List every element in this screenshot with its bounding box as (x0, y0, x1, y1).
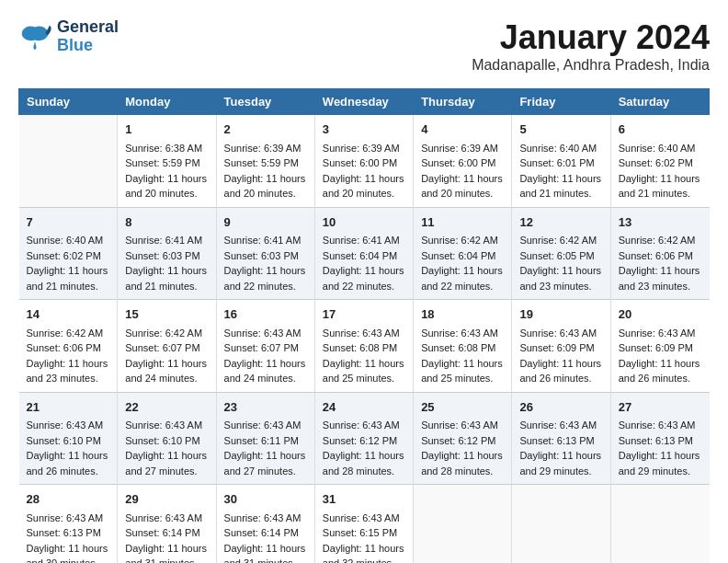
day-number: 9 (224, 213, 307, 232)
day-content-line: Sunset: 6:12 PM (421, 433, 504, 449)
calendar-cell: 28Sunrise: 6:43 AMSunset: 6:13 PMDayligh… (19, 485, 118, 564)
day-content-line: Sunrise: 6:41 AM (224, 233, 307, 248)
day-content-line: Sunset: 6:07 PM (125, 340, 208, 356)
day-content-line: Daylight: 11 hours and 21 minutes. (125, 263, 208, 293)
day-number: 22 (125, 398, 208, 417)
day-content-line: Sunrise: 6:43 AM (125, 511, 208, 526)
month-title: January 2024 (472, 18, 710, 57)
day-content-line: Daylight: 11 hours and 21 minutes. (27, 263, 110, 293)
calendar-cell: 25Sunrise: 6:43 AMSunset: 6:12 PMDayligh… (414, 392, 512, 485)
day-content-line: Daylight: 11 hours and 20 minutes. (224, 171, 307, 201)
day-content-line: Sunrise: 6:39 AM (421, 141, 504, 156)
calendar-cell (512, 485, 610, 564)
day-content-line: Daylight: 11 hours and 27 minutes. (125, 448, 208, 478)
calendar-cell: 11Sunrise: 6:42 AMSunset: 6:04 PMDayligh… (414, 207, 512, 300)
day-content-line: Sunrise: 6:43 AM (421, 418, 504, 433)
calendar-week-row: 28Sunrise: 6:43 AMSunset: 6:13 PMDayligh… (19, 485, 710, 564)
location-subtitle: Madanapalle, Andhra Pradesh, India (472, 57, 710, 74)
day-content-line: Sunset: 6:06 PM (27, 340, 110, 356)
day-number: 3 (323, 121, 405, 139)
day-content-line: Sunset: 6:02 PM (619, 155, 702, 171)
calendar-week-row: 14Sunrise: 6:42 AMSunset: 6:06 PMDayligh… (19, 300, 710, 393)
day-content-line: Daylight: 11 hours and 22 minutes. (323, 263, 405, 293)
day-content-line: Daylight: 11 hours and 24 minutes. (125, 356, 208, 386)
calendar-cell (414, 485, 512, 564)
calendar-cell: 26Sunrise: 6:43 AMSunset: 6:13 PMDayligh… (512, 392, 610, 485)
day-number: 23 (224, 398, 307, 417)
day-number: 15 (125, 305, 208, 324)
weekday-header-wednesday: Wednesday (314, 89, 413, 115)
day-content-line: Daylight: 11 hours and 29 minutes. (519, 448, 602, 478)
day-content-line: Sunset: 6:08 PM (421, 340, 504, 356)
day-content-line: Sunrise: 6:42 AM (421, 233, 504, 248)
day-content-line: Sunrise: 6:43 AM (323, 511, 405, 526)
calendar-cell: 18Sunrise: 6:43 AMSunset: 6:08 PMDayligh… (414, 300, 512, 393)
day-content-line: Sunset: 6:13 PM (619, 433, 702, 449)
day-content-line: Sunset: 6:10 PM (27, 433, 110, 449)
day-content-line: Daylight: 11 hours and 24 minutes. (224, 356, 307, 386)
day-number: 6 (619, 121, 702, 139)
weekday-header-row: SundayMondayTuesdayWednesdayThursdayFrid… (19, 89, 710, 115)
calendar-cell: 20Sunrise: 6:43 AMSunset: 6:09 PMDayligh… (610, 300, 709, 393)
day-content-line: Daylight: 11 hours and 22 minutes. (421, 263, 504, 293)
calendar-cell: 23Sunrise: 6:43 AMSunset: 6:11 PMDayligh… (216, 392, 314, 485)
day-number: 29 (125, 490, 208, 509)
calendar-cell: 4Sunrise: 6:39 AMSunset: 6:00 PMDaylight… (414, 115, 512, 208)
day-content-line: Daylight: 11 hours and 23 minutes. (619, 263, 702, 293)
calendar-cell: 16Sunrise: 6:43 AMSunset: 6:07 PMDayligh… (216, 300, 314, 393)
day-content-line: Sunset: 6:10 PM (125, 433, 208, 449)
day-content-line: Daylight: 11 hours and 23 minutes. (519, 263, 602, 293)
calendar-cell: 29Sunrise: 6:43 AMSunset: 6:14 PMDayligh… (118, 485, 216, 564)
day-content-line: Sunrise: 6:40 AM (619, 141, 702, 156)
day-content-line: Daylight: 11 hours and 21 minutes. (519, 171, 602, 201)
day-number: 27 (619, 398, 702, 417)
day-number: 18 (421, 305, 504, 324)
day-content-line: Sunrise: 6:43 AM (27, 511, 110, 526)
calendar-cell: 13Sunrise: 6:42 AMSunset: 6:06 PMDayligh… (610, 207, 709, 300)
day-content-line: Daylight: 11 hours and 25 minutes. (421, 356, 504, 386)
day-content-line: Sunrise: 6:43 AM (519, 326, 602, 341)
day-number: 16 (224, 305, 307, 324)
day-content-line: Sunset: 5:59 PM (125, 155, 208, 171)
calendar-cell: 31Sunrise: 6:43 AMSunset: 6:15 PMDayligh… (314, 485, 413, 564)
day-content-line: Daylight: 11 hours and 20 minutes. (125, 171, 208, 201)
day-content-line: Sunset: 6:04 PM (421, 248, 504, 264)
calendar-week-row: 1Sunrise: 6:38 AMSunset: 5:59 PMDaylight… (19, 115, 710, 208)
calendar-week-row: 21Sunrise: 6:43 AMSunset: 6:10 PMDayligh… (19, 392, 710, 485)
calendar-week-row: 7Sunrise: 6:40 AMSunset: 6:02 PMDaylight… (19, 207, 710, 300)
day-content-line: Sunrise: 6:43 AM (421, 326, 504, 341)
calendar-cell: 5Sunrise: 6:40 AMSunset: 6:01 PMDaylight… (512, 115, 610, 208)
calendar-cell: 6Sunrise: 6:40 AMSunset: 6:02 PMDaylight… (610, 115, 709, 208)
day-content-line: Sunset: 6:05 PM (519, 248, 602, 264)
day-content-line: Sunset: 6:13 PM (27, 525, 110, 541)
calendar-cell: 3Sunrise: 6:39 AMSunset: 6:00 PMDaylight… (314, 115, 413, 208)
day-number: 19 (519, 305, 602, 324)
logo: General Blue (18, 18, 119, 55)
weekday-header-tuesday: Tuesday (216, 89, 314, 115)
weekday-header-sunday: Sunday (19, 89, 118, 115)
day-content-line: Sunset: 6:15 PM (323, 525, 405, 541)
day-content-line: Sunset: 6:13 PM (519, 433, 602, 449)
day-content-line: Sunrise: 6:38 AM (125, 141, 208, 156)
day-content-line: Sunset: 6:06 PM (619, 248, 702, 264)
day-content-line: Daylight: 11 hours and 26 minutes. (27, 448, 110, 478)
calendar-cell: 14Sunrise: 6:42 AMSunset: 6:06 PMDayligh… (19, 300, 118, 393)
calendar-cell: 19Sunrise: 6:43 AMSunset: 6:09 PMDayligh… (512, 300, 610, 393)
day-number: 10 (323, 213, 405, 232)
logo-text-blue: Blue (57, 37, 119, 55)
day-content-line: Sunrise: 6:43 AM (619, 326, 702, 341)
day-number: 20 (619, 305, 702, 324)
day-content-line: Daylight: 11 hours and 29 minutes. (619, 448, 702, 478)
calendar-cell: 21Sunrise: 6:43 AMSunset: 6:10 PMDayligh… (19, 392, 118, 485)
day-number: 11 (421, 213, 504, 232)
day-content-line: Daylight: 11 hours and 23 minutes. (27, 356, 110, 386)
day-number: 21 (27, 398, 110, 417)
day-content-line: Sunset: 6:14 PM (125, 525, 208, 541)
day-number: 26 (519, 398, 602, 417)
day-content-line: Sunrise: 6:43 AM (323, 326, 405, 341)
day-number: 30 (224, 490, 307, 509)
day-content-line: Daylight: 11 hours and 26 minutes. (619, 356, 702, 386)
title-block: January 2024 Madanapalle, Andhra Pradesh… (472, 18, 710, 74)
day-number: 5 (519, 121, 602, 139)
day-number: 28 (27, 490, 110, 509)
